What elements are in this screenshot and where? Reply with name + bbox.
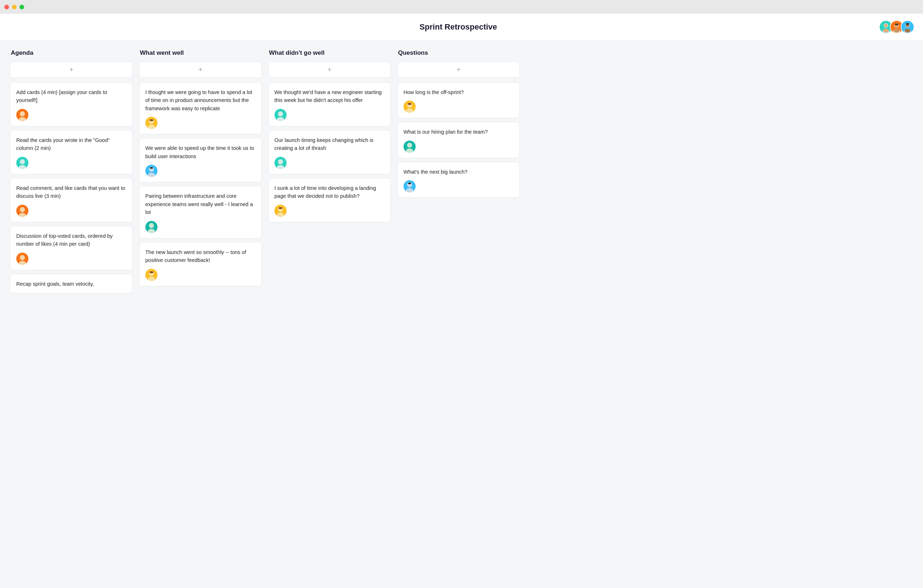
- svg-point-18: [20, 111, 25, 116]
- svg-rect-10: [895, 23, 899, 25]
- svg-point-9: [894, 28, 900, 33]
- card-text: Discussion of top-voted cards, ordered b…: [16, 232, 126, 248]
- svg-point-15: [905, 28, 910, 33]
- title-bar: [0, 0, 923, 14]
- column-went-well: What went well+I thought we were going t…: [139, 49, 262, 290]
- card-avatar[interactable]: [404, 141, 416, 153]
- card-avatar[interactable]: [145, 221, 158, 233]
- card-text: Read the cards your wrote in the "Good" …: [16, 136, 126, 152]
- add-card-button-questions[interactable]: +: [397, 62, 520, 78]
- page-title: Sprint Retrospective: [38, 22, 879, 32]
- card-avatar[interactable]: [145, 269, 158, 281]
- svg-point-3: [884, 24, 888, 27]
- board: Agenda+Add cards (4 min) [assign your ca…: [0, 41, 923, 306]
- svg-point-48: [278, 159, 283, 164]
- traffic-light-red[interactable]: [4, 5, 9, 9]
- svg-rect-36: [150, 167, 153, 169]
- card-avatar[interactable]: [404, 100, 416, 113]
- card-text: Add cards (4 min) [assign your cards to …: [16, 88, 126, 105]
- card: Pairing between infrastructure and core …: [139, 186, 262, 238]
- svg-rect-16: [906, 23, 909, 25]
- avatar-user-3[interactable]: [901, 20, 914, 34]
- column-agenda: Agenda+Add cards (4 min) [assign your ca…: [10, 49, 133, 297]
- card-text: What is our hiring plan for the team?: [404, 128, 514, 136]
- card-avatar[interactable]: [145, 165, 158, 177]
- column-header-agenda: Agenda: [10, 49, 133, 57]
- svg-point-24: [20, 207, 25, 212]
- column-questions: Questions+How long is the off-sprint?Wha…: [397, 49, 520, 201]
- card-avatar[interactable]: [404, 180, 416, 192]
- app-container: Sprint Retrospective: [0, 14, 923, 588]
- add-card-button-didnt-go-well[interactable]: +: [268, 62, 391, 78]
- card: We were able to speed up the time it too…: [139, 138, 262, 182]
- card: Read comment, and like cards that you wa…: [10, 178, 133, 222]
- card: What is our hiring plan for the team?: [397, 122, 520, 158]
- column-header-went-well: What went well: [139, 49, 262, 57]
- traffic-light-green[interactable]: [20, 5, 24, 9]
- card: The new launch went so smoothly -- tons …: [139, 242, 262, 287]
- card-text: The new launch went so smoothly -- tons …: [145, 248, 256, 264]
- user-avatars: [879, 20, 914, 34]
- svg-point-27: [20, 255, 25, 260]
- header: Sprint Retrospective: [0, 14, 923, 41]
- card: Add cards (4 min) [assign your cards to …: [10, 82, 133, 126]
- card: What's the next big launch?: [397, 162, 520, 198]
- card: Discussion of top-voted cards, ordered b…: [10, 226, 133, 270]
- card-text: We thought we'd have a new engineer star…: [274, 88, 385, 105]
- svg-rect-64: [408, 183, 411, 184]
- card-avatar[interactable]: [16, 109, 28, 121]
- svg-point-45: [278, 111, 283, 116]
- svg-point-4: [883, 28, 889, 33]
- card-text: Pairing between infrastructure and core …: [145, 192, 256, 216]
- card-avatar[interactable]: [145, 117, 158, 129]
- card-text: How long is the off-sprint?: [404, 88, 514, 96]
- svg-rect-32: [149, 119, 153, 121]
- add-card-button-went-well[interactable]: +: [139, 62, 262, 78]
- column-header-didnt-go-well: What didn't go well: [268, 49, 391, 57]
- svg-point-38: [149, 223, 154, 228]
- traffic-light-yellow[interactable]: [12, 5, 16, 9]
- card: I sunk a lot of time into developing a l…: [268, 178, 391, 222]
- card-avatar[interactable]: [16, 157, 28, 169]
- card-avatar[interactable]: [274, 205, 287, 217]
- svg-rect-53: [279, 207, 282, 209]
- card-avatar[interactable]: [16, 252, 28, 265]
- svg-rect-43: [149, 271, 153, 273]
- card-avatar[interactable]: [274, 109, 287, 121]
- card-text: What's the next big launch?: [404, 168, 514, 176]
- card-avatar[interactable]: [274, 157, 287, 169]
- card-text: I sunk a lot of time into developing a l…: [274, 184, 385, 200]
- card-text: We were able to speed up the time it too…: [145, 144, 256, 161]
- card: How long is the off-sprint?: [397, 82, 520, 118]
- card-text: I thought we were going to have to spend…: [145, 88, 256, 112]
- add-card-button-agenda[interactable]: +: [10, 62, 133, 78]
- column-header-questions: Questions: [397, 49, 520, 57]
- card: We thought we'd have a new engineer star…: [268, 82, 391, 126]
- card: Recap sprint goals, team velocity,: [10, 274, 133, 293]
- card: Our launch timing keeps changing which i…: [268, 130, 391, 174]
- column-didnt-go-well: What didn't go well+We thought we'd have…: [268, 49, 391, 226]
- card-text: Read comment, and like cards that you wa…: [16, 184, 126, 200]
- card: Read the cards your wrote in the "Good" …: [10, 130, 133, 174]
- card: I thought we were going to have to spend…: [139, 82, 262, 134]
- svg-rect-57: [408, 103, 411, 105]
- svg-point-21: [20, 159, 25, 164]
- card-text: Our launch timing keeps changing which i…: [274, 136, 385, 152]
- card-avatar[interactable]: [16, 205, 28, 217]
- card-text: Recap sprint goals, team velocity,: [16, 280, 126, 288]
- svg-point-59: [407, 142, 412, 148]
